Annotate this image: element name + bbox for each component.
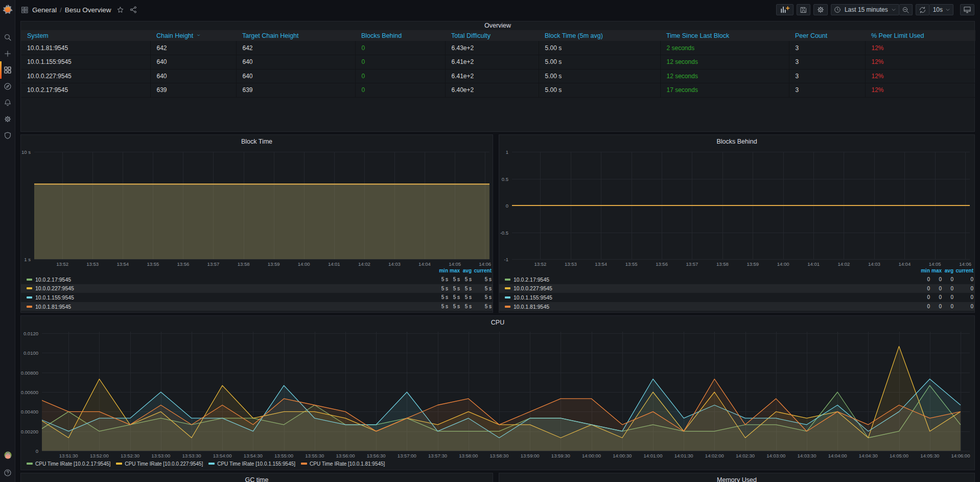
cpu-graph[interactable]: 00.002000.004000.006000.008000.01000.012… bbox=[21, 316, 974, 470]
add-panel-button[interactable] bbox=[776, 4, 794, 15]
sidebar-item-create[interactable] bbox=[0, 46, 15, 61]
x-axis-tick-label: 13:53 bbox=[565, 261, 577, 267]
legend-value: 0 bbox=[950, 302, 953, 311]
breadcrumb-dashboard-title[interactable]: Besu Overview bbox=[65, 6, 111, 14]
legend-series-name[interactable]: 10.0.0.227:9545 bbox=[514, 285, 552, 291]
legend-series-name[interactable]: 10.0.1.81:9545 bbox=[35, 304, 71, 310]
column-header-target-chain-height[interactable]: Target Chain Height bbox=[236, 30, 355, 41]
x-axis-tick-label: 13:52 bbox=[56, 261, 68, 267]
sidebar-item-configuration[interactable] bbox=[0, 111, 15, 127]
bell-icon bbox=[4, 99, 12, 107]
table-cell: 0 bbox=[355, 69, 445, 83]
panel-title[interactable]: Memory Used bbox=[499, 473, 974, 482]
x-axis-tick-label: 14:01 bbox=[807, 261, 820, 267]
legend-col-avg[interactable]: avg bbox=[463, 268, 472, 273]
share-icon[interactable] bbox=[129, 6, 137, 14]
panel-title[interactable]: Overview bbox=[21, 21, 974, 30]
cycle-view-mode-button[interactable] bbox=[960, 4, 974, 15]
legend-item[interactable]: CPU Time IRate [10.0.1.155:9545] bbox=[204, 461, 295, 467]
legend-item[interactable]: CPU Time IRate [10.0.0.227:9545] bbox=[111, 461, 203, 467]
x-axis-tick-label: 14:00 bbox=[777, 261, 789, 267]
sidebar-item-help[interactable] bbox=[0, 465, 15, 480]
legend-row: 10.0.1.155:95450000 bbox=[499, 293, 974, 302]
legend-series-name[interactable]: 10.0.1.81:9545 bbox=[514, 304, 549, 310]
legend-value: 5 s bbox=[465, 275, 472, 284]
legend-swatch-icon bbox=[301, 463, 307, 465]
legend-col-min[interactable]: min bbox=[439, 268, 448, 273]
legend-row: 10.0.0.227:95450000 bbox=[499, 284, 974, 293]
column-header-total-difficulty[interactable]: Total Difficulty bbox=[445, 30, 539, 41]
cog-icon bbox=[4, 115, 12, 123]
save-dashboard-button[interactable] bbox=[797, 4, 810, 15]
legend-series-name[interactable]: 10.0.2.17:9545 bbox=[514, 277, 549, 283]
panel-title[interactable]: GC time bbox=[21, 473, 493, 482]
sidebar-item-dashboards[interactable] bbox=[0, 62, 15, 78]
column-header-blocks-behind[interactable]: Blocks Behind bbox=[355, 30, 445, 41]
x-axis-tick-label: 13:56 bbox=[177, 261, 190, 267]
table-cell: 639 bbox=[236, 83, 355, 98]
dashboard-settings-button[interactable] bbox=[813, 4, 828, 15]
legend-value: 5 s bbox=[441, 302, 448, 311]
legend-row: 10.0.2.17:95455 s5 s5 s5 s bbox=[21, 275, 493, 284]
column-header-system[interactable]: System bbox=[21, 30, 150, 41]
table-cell: 17 seconds bbox=[660, 83, 789, 98]
x-axis-tick-label: 13:59:30 bbox=[551, 453, 570, 458]
graph-legend: minmaxavgcurrent10.0.2.17:9545000010.0.0… bbox=[499, 267, 974, 311]
apps-icon bbox=[4, 66, 12, 74]
x-axis-tick-label: 14:01:00 bbox=[643, 453, 662, 458]
sidebar-item-server-admin[interactable] bbox=[0, 128, 15, 143]
sidebar-item-profile[interactable] bbox=[0, 447, 15, 463]
legend-item[interactable]: CPU Time IRate [10.0.1.81:9545] bbox=[296, 461, 385, 467]
breadcrumb-folder[interactable]: General bbox=[32, 6, 57, 14]
x-axis-tick-label: 14:03 bbox=[388, 261, 401, 267]
x-axis-tick-label: 14:00:00 bbox=[582, 453, 601, 458]
table-cell: 3 bbox=[789, 41, 865, 55]
column-header-chain-height[interactable]: Chain Height bbox=[150, 30, 236, 41]
x-axis-tick-label: 14:02:30 bbox=[736, 453, 755, 458]
column-header-peer-count[interactable]: Peer Count bbox=[789, 30, 865, 41]
x-axis-tick-label: 14:03:00 bbox=[766, 453, 785, 458]
legend-col-min[interactable]: min bbox=[921, 268, 930, 273]
legend-col-max[interactable]: max bbox=[450, 268, 460, 273]
grafana-logo[interactable] bbox=[0, 2, 15, 17]
x-axis-tick-label: 13:56:30 bbox=[367, 453, 386, 458]
add-panel-icon bbox=[779, 6, 790, 14]
legend-row: 10.0.2.17:95450000 bbox=[499, 275, 974, 284]
legend-series-name[interactable]: 10.0.2.17:9545 bbox=[35, 277, 71, 283]
legend-series-name[interactable]: 10.0.1.155:9545 bbox=[35, 294, 74, 301]
legend-swatch-icon bbox=[505, 306, 510, 308]
refresh-interval-picker[interactable]: 10s bbox=[929, 4, 953, 15]
table-cell: 6.41e+2 bbox=[445, 55, 539, 70]
legend-col-avg[interactable]: avg bbox=[945, 268, 953, 273]
legend-item[interactable]: CPU Time IRate [10.0.2.17:9545] bbox=[22, 461, 110, 467]
legend-value: 0 bbox=[950, 293, 953, 302]
panel-cpu: CPU00.002000.004000.006000.008000.01000.… bbox=[20, 315, 975, 470]
table-cell: 12% bbox=[865, 41, 975, 55]
legend-swatch-icon bbox=[27, 463, 33, 465]
x-axis-tick-label: 13:52:30 bbox=[121, 453, 139, 458]
sidebar-item-search[interactable] bbox=[0, 30, 15, 45]
time-range-picker[interactable]: Last 15 minutes bbox=[831, 4, 899, 15]
x-axis-tick-label: 14:00 bbox=[298, 261, 310, 267]
legend-value: 0 bbox=[970, 275, 973, 284]
column-header--peer-limit-used[interactable]: % Peer Limit Used bbox=[865, 30, 975, 41]
x-axis-tick-label: 13:54 bbox=[595, 261, 607, 267]
column-header-block-time-5m-avg-[interactable]: Block Time (5m avg) bbox=[539, 30, 660, 41]
legend-series-name[interactable]: 10.0.0.227:9545 bbox=[35, 285, 74, 291]
column-header-time-since-last-block[interactable]: Time Since Last Block bbox=[660, 30, 789, 41]
table-cell: 6.41e+2 bbox=[445, 69, 539, 83]
x-axis-tick-label: 13:53:00 bbox=[151, 453, 170, 458]
refresh-button[interactable] bbox=[916, 4, 929, 15]
legend-value: 0 bbox=[927, 275, 930, 284]
star-icon[interactable] bbox=[116, 6, 124, 14]
sidebar-item-explore[interactable] bbox=[0, 79, 15, 94]
zoom-out-time-button[interactable] bbox=[899, 4, 913, 15]
y-axis-tick-label: 0.00200 bbox=[21, 429, 38, 434]
sidebar-item-alerting[interactable] bbox=[0, 95, 15, 110]
legend-col-max[interactable]: max bbox=[931, 268, 942, 273]
table-cell: 640 bbox=[236, 55, 355, 70]
legend-series-name[interactable]: 10.0.1.155:9545 bbox=[514, 294, 552, 301]
legend-col-current[interactable]: current bbox=[474, 268, 492, 273]
legend-col-current[interactable]: current bbox=[956, 268, 973, 273]
grafana-logo-icon bbox=[2, 4, 14, 16]
